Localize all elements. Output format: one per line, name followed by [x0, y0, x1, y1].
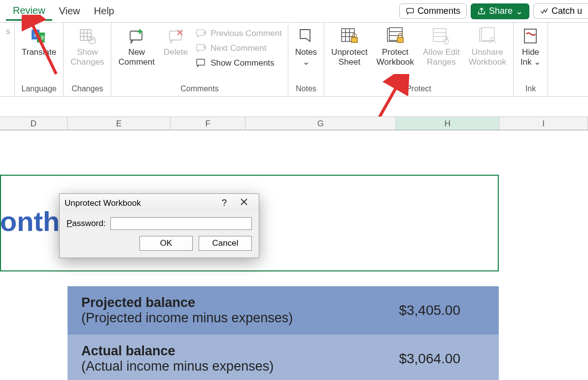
new-comment-icon — [127, 27, 146, 46]
password-label: Password: — [67, 219, 105, 228]
group-label-ink: Ink — [525, 83, 536, 95]
protect-workbook-icon — [385, 27, 405, 46]
svg-rect-19 — [197, 59, 205, 65]
unprotect-sheet-icon — [340, 27, 359, 46]
projected-sublabel: (Projected income minus expenses) — [81, 310, 389, 326]
unprotect-workbook-dialog: Unprotect Workbook ? Password: OK Cancel — [59, 193, 259, 258]
notes-icon — [297, 28, 315, 45]
balance-row-actual: Actual balance (Actual income minus expe… — [68, 335, 499, 380]
tab-view[interactable]: View — [52, 2, 87, 20]
show-changes-button[interactable]: Show Changes — [67, 25, 108, 69]
catch-up-icon — [540, 7, 549, 16]
projected-value: $3,405.00 — [399, 303, 485, 318]
tab-bar: Review View Help Comments Share ⌄ Catch … — [0, 0, 588, 23]
share-button[interactable]: Share ⌄ — [471, 3, 529, 19]
next-comment-icon — [196, 43, 207, 53]
unprotect-sheet-label: Unprotect Sheet — [331, 47, 368, 67]
allow-edit-icon — [431, 27, 451, 46]
password-input[interactable] — [110, 217, 252, 230]
translate-icon: aあ — [30, 28, 48, 45]
group-language: aあ Translate Language — [15, 23, 64, 96]
unprotect-sheet-button[interactable]: Unprotect Sheet — [327, 25, 372, 69]
unshare-workbook-label: Unshare Workbook — [469, 47, 506, 67]
previous-comment-button[interactable]: Previous Comment — [193, 28, 285, 39]
translate-button[interactable]: aあ Translate — [18, 25, 60, 59]
group-label-protect: Protect — [406, 83, 431, 95]
new-comment-label: New Comment — [118, 47, 155, 67]
next-comment-label: Next Comment — [210, 43, 266, 53]
dialog-help-button[interactable]: ? — [214, 198, 234, 208]
col-header-h[interactable]: H — [396, 117, 500, 130]
previous-comment-label: Previous Comment — [210, 29, 282, 38]
next-comment-button[interactable]: Next Comment — [193, 42, 285, 54]
svg-text:a: a — [34, 31, 37, 38]
new-comment-button[interactable]: New Comment — [114, 25, 159, 69]
group-protect: Unprotect Sheet Protect Workbook Allow E… — [324, 23, 514, 96]
close-icon — [240, 198, 248, 206]
show-comments-label: Show Comments — [210, 58, 274, 68]
comments-button[interactable]: Comments — [399, 3, 467, 19]
column-headers: D E F G H I — [0, 116, 588, 130]
catch-up-label: Catch u — [552, 6, 582, 16]
hide-ink-button[interactable]: Hide Ink ⌄ — [517, 25, 545, 69]
svg-text:あ: あ — [40, 34, 46, 41]
group-comments: New Comment Delete Previous Comment Next… — [111, 23, 288, 96]
chevron-down-icon: ⌄ — [534, 57, 541, 67]
hide-ink-icon — [521, 27, 540, 46]
group-notes: Notes⌄ Notes — [288, 23, 324, 96]
previous-comment-icon — [196, 29, 207, 38]
actual-label: Actual balance — [81, 343, 389, 359]
delete-comment-button[interactable]: Delete — [160, 25, 192, 59]
chevron-down-icon: ⌄ — [516, 6, 523, 17]
col-header-e[interactable]: E — [68, 117, 171, 130]
group-ink: Hide Ink ⌄ Ink — [514, 23, 548, 96]
group-label-comments: Comments — [180, 83, 218, 95]
dialog-title: Unprotect Workbook — [65, 198, 214, 208]
delete-comment-icon — [167, 27, 185, 46]
allow-edit-ranges-button[interactable]: Allow Edit Ranges — [419, 25, 464, 69]
svg-rect-0 — [407, 8, 414, 13]
col-header-i[interactable]: I — [499, 117, 588, 130]
catch-up-button[interactable]: Catch u — [533, 3, 588, 19]
svg-rect-5 — [80, 30, 91, 40]
notes-label: Notes — [295, 47, 317, 57]
show-comments-button[interactable]: Show Comments — [193, 57, 285, 69]
unshare-workbook-button[interactable]: Unshare Workbook — [465, 25, 510, 69]
tab-help[interactable]: Help — [87, 2, 121, 20]
show-changes-label: Show Changes — [70, 47, 104, 67]
actual-sublabel: (Actual income minus expenses) — [81, 359, 389, 374]
svg-rect-38 — [524, 29, 536, 43]
share-icon — [477, 7, 486, 16]
projected-label: Projected balance — [81, 295, 389, 310]
ribbon: s aあ Translate Language Show Changes Cha… — [0, 23, 588, 97]
show-changes-icon — [77, 27, 97, 46]
translate-label: Translate — [22, 47, 56, 57]
tab-review[interactable]: Review — [6, 2, 52, 21]
cancel-button[interactable]: Cancel — [199, 236, 252, 251]
show-comments-icon — [196, 58, 207, 68]
group-changes: Show Changes Changes — [64, 23, 111, 96]
dialog-title-bar[interactable]: Unprotect Workbook ? — [60, 194, 259, 212]
ok-button[interactable]: OK — [139, 236, 193, 251]
allow-edit-label: Allow Edit Ranges — [423, 47, 460, 67]
comment-bubble-icon — [406, 7, 415, 16]
chevron-down-icon: ⌄ — [303, 57, 310, 67]
col-header-f[interactable]: F — [171, 117, 245, 130]
notes-button[interactable]: Notes⌄ — [291, 25, 321, 69]
protect-workbook-button[interactable]: Protect Workbook — [373, 25, 418, 69]
group-cut-left: s — [2, 23, 15, 96]
actual-value: $3,064.00 — [399, 351, 485, 367]
col-header-d[interactable]: D — [0, 117, 68, 130]
share-label: Share — [489, 6, 513, 16]
svg-rect-36 — [482, 28, 494, 40]
delete-comment-label: Delete — [164, 47, 188, 57]
unshare-workbook-icon — [478, 27, 497, 46]
col-header-g[interactable]: G — [245, 117, 396, 130]
group-label-changes: Changes — [71, 83, 103, 95]
svg-rect-25 — [351, 38, 357, 42]
svg-rect-30 — [397, 38, 403, 42]
group-label-language: Language — [22, 83, 57, 95]
page-title-fragment: onth — [0, 205, 64, 237]
dialog-close-button[interactable] — [234, 198, 254, 208]
balance-table: Projected balance (Projected income minu… — [68, 286, 499, 380]
